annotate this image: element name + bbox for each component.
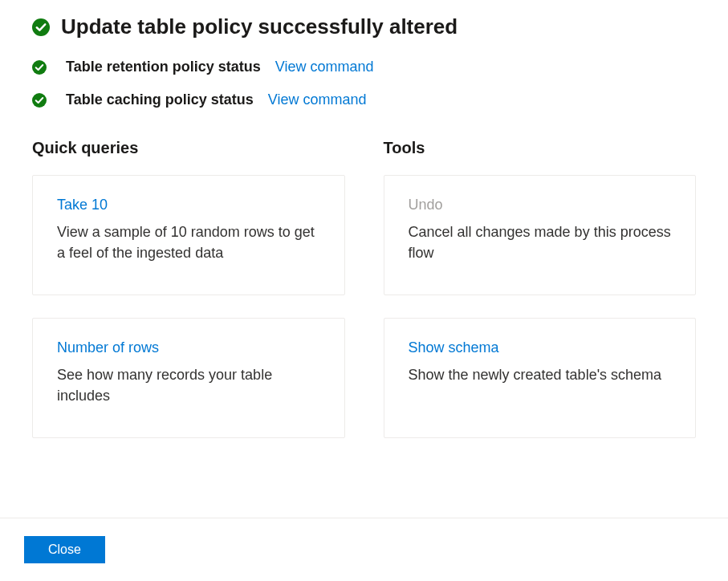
dialog-footer: Close	[0, 518, 728, 581]
tools-title: Tools	[384, 139, 697, 157]
svg-point-0	[32, 18, 50, 36]
view-command-link-caching[interactable]: View command	[268, 91, 367, 108]
close-button[interactable]: Close	[24, 536, 105, 563]
success-check-icon	[32, 93, 47, 108]
success-check-icon	[32, 60, 47, 75]
tools-section: Tools Undo Cancel all changes made by th…	[384, 139, 697, 461]
card-desc: Show the newly created table's schema	[409, 364, 673, 385]
success-check-icon	[32, 18, 50, 36]
quick-queries-title: Quick queries	[32, 139, 345, 157]
svg-point-1	[32, 60, 47, 75]
view-command-link-retention[interactable]: View command	[275, 59, 374, 75]
status-row-caching: Table caching policy status View command	[32, 91, 696, 108]
card-desc: Cancel all changes made by this process …	[409, 221, 673, 263]
card-desc: See how many records your table includes	[57, 364, 322, 406]
header-row: Update table policy successfully altered	[32, 14, 696, 39]
tool-card-show-schema[interactable]: Show schema Show the newly created table…	[384, 318, 697, 438]
svg-point-2	[32, 93, 47, 108]
quick-query-card-take10[interactable]: Take 10 View a sample of 10 random rows …	[32, 175, 345, 295]
card-title: Undo	[409, 197, 673, 213]
status-caching-label: Table caching policy status	[66, 91, 254, 108]
card-desc: View a sample of 10 random rows to get a…	[57, 221, 322, 263]
status-row-retention: Table retention policy status View comma…	[32, 59, 696, 75]
card-title: Show schema	[409, 339, 673, 356]
quick-queries-section: Quick queries Take 10 View a sample of 1…	[32, 139, 345, 461]
status-retention-label: Table retention policy status	[66, 59, 261, 75]
tool-card-undo[interactable]: Undo Cancel all changes made by this pro…	[384, 175, 697, 295]
quick-query-card-rowcount[interactable]: Number of rows See how many records your…	[32, 318, 345, 438]
card-title: Number of rows	[57, 339, 322, 356]
card-title: Take 10	[57, 197, 322, 213]
page-title: Update table policy successfully altered	[61, 14, 458, 39]
